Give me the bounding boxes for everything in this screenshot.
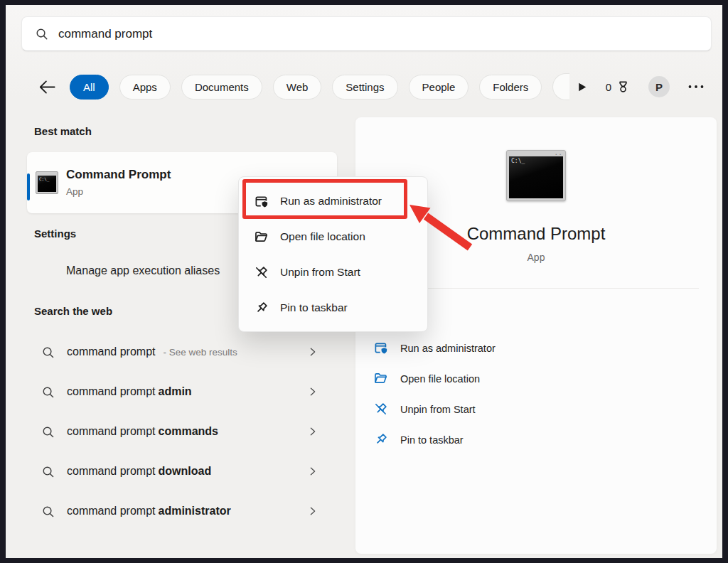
chevron-right-icon: [308, 506, 318, 516]
action-label: Unpin from Start: [400, 404, 476, 415]
pin-icon: [373, 432, 388, 447]
tab-documents[interactable]: Documents: [181, 75, 262, 100]
best-match-title: Command Prompt: [66, 168, 171, 182]
action-run-as-administrator[interactable]: Run as administrator: [373, 333, 699, 363]
preview-app-subtitle: App: [528, 252, 545, 263]
web-suggestion-row[interactable]: command prompt- See web results: [34, 338, 323, 365]
run-as-admin-icon: [373, 341, 388, 355]
selection-accent-bar: [27, 173, 30, 200]
tab-row-right-cluster: 0 P: [576, 71, 705, 102]
rewards-badge[interactable]: 0: [606, 80, 631, 95]
preview-actions: Run as administrator Open file location …: [355, 333, 717, 455]
command-prompt-icon: C:\_: [36, 171, 58, 194]
action-pin-to-taskbar[interactable]: Pin to taskbar: [373, 424, 699, 455]
web-suggestion-row[interactable]: command promptdownload: [34, 458, 323, 485]
suggestion-text: command prompt- See web results: [67, 345, 237, 358]
rewards-medal-icon: [616, 80, 631, 95]
unpin-icon: [254, 265, 269, 280]
menu-item-pin-to-taskbar[interactable]: Pin to taskbar: [239, 290, 427, 326]
chevron-right-icon: [308, 427, 318, 436]
best-match-header: Best match: [34, 125, 92, 137]
user-avatar[interactable]: P: [648, 76, 670, 97]
menu-item-label: Run as administrator: [280, 195, 382, 208]
action-unpin-from-start[interactable]: Unpin from Start: [373, 394, 699, 424]
search-icon: [41, 465, 55, 478]
scroll-right-icon[interactable]: [576, 81, 588, 93]
search-input[interactable]: command prompt: [58, 27, 152, 41]
command-prompt-icon-large: • • C:\_: [506, 150, 566, 201]
settings-header: Settings: [34, 227, 76, 240]
tab-partial[interactable]: [552, 73, 569, 100]
folder-icon: [373, 371, 388, 386]
preview-app-title: Command Prompt: [467, 224, 606, 244]
more-options-icon[interactable]: [687, 84, 705, 90]
suggestion-text: command promptadministrator: [67, 505, 231, 518]
menu-item-run-as-administrator[interactable]: Run as administrator: [239, 183, 427, 219]
action-label: Run as administrator: [400, 343, 496, 354]
search-icon: [41, 345, 55, 359]
tab-people[interactable]: People: [409, 75, 469, 100]
web-suggestion-row[interactable]: command promptcommands: [34, 418, 323, 445]
tab-folders[interactable]: Folders: [479, 75, 542, 100]
search-web-header: Search the web: [34, 305, 112, 317]
action-open-file-location[interactable]: Open file location: [373, 363, 699, 394]
filter-pills: All Apps Documents Web Settings People F…: [70, 73, 569, 100]
run-as-admin-icon: [254, 194, 269, 209]
search-window: command prompt All Apps Documents Web Se…: [0, 0, 728, 563]
filter-tab-row: All Apps Documents Web Settings People F…: [21, 71, 712, 102]
suggestion-text: command promptcommands: [67, 425, 218, 438]
web-suggestion-row[interactable]: command promptadministrator: [34, 498, 323, 525]
best-match-subtitle: App: [66, 186, 83, 197]
search-icon: [41, 385, 55, 399]
suggestion-text: command promptdownload: [67, 465, 211, 478]
suggestion-text: command promptadmin: [67, 385, 192, 398]
search-icon: [41, 425, 55, 439]
tab-apps[interactable]: Apps: [119, 75, 171, 100]
context-menu: Run as administrator Open file location …: [238, 176, 428, 332]
chevron-right-icon: [308, 387, 318, 397]
search-icon: [35, 27, 48, 41]
settings-result-item[interactable]: Manage app execution aliases: [66, 264, 220, 277]
menu-item-label: Unpin from Start: [280, 266, 360, 279]
pin-icon: [254, 301, 269, 316]
action-label: Open file location: [400, 373, 480, 385]
chevron-right-icon: [308, 466, 318, 476]
menu-item-open-file-location[interactable]: Open file location: [239, 219, 427, 254]
unpin-icon: [373, 402, 388, 417]
search-bar[interactable]: command prompt: [21, 16, 712, 51]
tab-web[interactable]: Web: [273, 75, 322, 100]
web-suggestion-row[interactable]: command promptadmin: [34, 378, 323, 405]
search-icon: [41, 505, 55, 518]
avatar-initial: P: [655, 81, 663, 93]
menu-item-unpin-from-start[interactable]: Unpin from Start: [239, 254, 427, 290]
folder-icon: [254, 230, 269, 245]
tab-all[interactable]: All: [70, 75, 109, 100]
back-arrow-icon[interactable]: [33, 77, 61, 97]
chevron-right-icon: [308, 347, 318, 357]
rewards-count: 0: [606, 81, 611, 93]
tab-settings[interactable]: Settings: [332, 75, 397, 100]
action-label: Pin to taskbar: [400, 434, 464, 446]
suggestion-suffix: - See web results: [164, 347, 237, 358]
menu-item-label: Pin to taskbar: [280, 301, 348, 314]
menu-item-label: Open file location: [280, 230, 365, 243]
